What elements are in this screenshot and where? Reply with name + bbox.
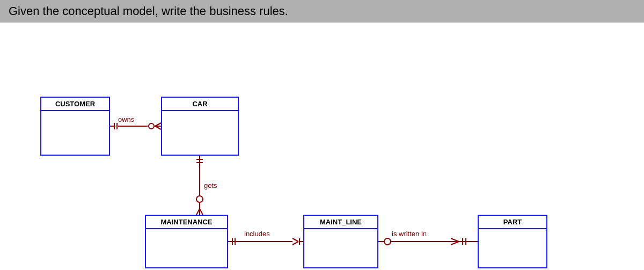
entity-header-customer: CUSTOMER — [41, 98, 109, 111]
svg-point-19 — [196, 196, 203, 202]
entity-body-maint_line — [304, 229, 377, 267]
svg-line-21 — [196, 209, 200, 215]
entity-maint_line: MAINT_LINE — [303, 215, 378, 268]
entity-maintenance: MAINTENANCE — [145, 215, 228, 268]
svg-line-35 — [451, 242, 459, 245]
svg-line-14 — [155, 126, 161, 129]
entity-header-maintenance: MAINTENANCE — [146, 216, 227, 229]
svg-point-32 — [384, 238, 391, 245]
gets-label: gets — [204, 181, 217, 189]
entity-header-car: CAR — [162, 98, 238, 111]
diagram-area: owns gets includes is written in CUSTOME… — [0, 32, 644, 270]
entity-car: CAR — [161, 97, 239, 156]
includes-label: includes — [244, 230, 270, 238]
svg-line-27 — [292, 238, 298, 242]
entity-header-maint_line: MAINT_LINE — [304, 216, 377, 229]
header: Given the conceptual model, write the bu… — [0, 0, 644, 23]
svg-line-22 — [200, 209, 203, 215]
entity-body-part — [479, 229, 546, 267]
entity-header-part: PART — [479, 216, 546, 229]
entity-body-customer — [41, 111, 109, 149]
is-written-in-label: is written in — [392, 230, 427, 238]
entity-body-car — [162, 111, 238, 149]
entity-customer: CUSTOMER — [40, 97, 110, 156]
svg-line-28 — [292, 242, 298, 245]
svg-point-11 — [149, 123, 154, 129]
header-text: Given the conceptual model, write the bu… — [9, 4, 288, 18]
svg-line-13 — [155, 123, 161, 126]
entity-part: PART — [478, 215, 547, 268]
owns-label: owns — [118, 115, 134, 123]
svg-line-34 — [451, 238, 459, 242]
entity-body-maintenance — [146, 229, 227, 267]
